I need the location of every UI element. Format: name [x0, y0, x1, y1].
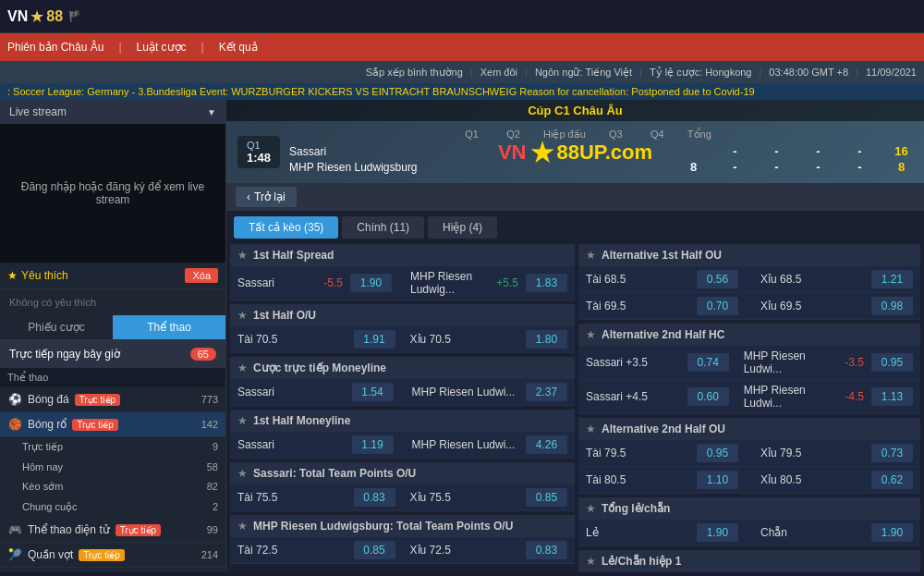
odds-spread2[interactable]: 1.83 — [526, 274, 567, 292]
section-title-ou: 1st Half O/U — [253, 309, 316, 322]
xiu-label-mt: Xỉu 72.5 — [410, 544, 527, 557]
header: VN ★ 88 🏴 Phiên bản Châu Âu | Luật cược … — [0, 0, 924, 100]
sport-item-bong-ro[interactable]: 🏀 Bóng rổ Trực tiếp 142 — [0, 412, 225, 437]
ahc-odds1-1[interactable]: 0.74 — [687, 353, 729, 372]
tai-odds-a2ou-1[interactable]: 0.95 — [697, 444, 738, 462]
ou-row-1: Tài 70.5 1.91 Xỉu 70.5 1.80 — [230, 326, 575, 353]
esport-badge: Trực tiếp — [116, 524, 161, 536]
xiu-odds-st[interactable]: 0.85 — [526, 488, 567, 507]
star-icon-lch1[interactable]: ★ — [586, 555, 596, 568]
tab-half-bets[interactable]: Hiệp (4) — [428, 216, 497, 239]
star-icon-hml[interactable]: ★ — [237, 414, 248, 427]
livestream-header[interactable]: Live stream ▼ — [0, 100, 225, 124]
tai-a2ou-1: Tài 79.5 — [586, 447, 697, 460]
esport-label: Thể thao điện tử — [28, 523, 110, 536]
teams-score: Q1 Q2 Hiệp đấu Q3 Q4 Tổng Sassari - - — [289, 129, 913, 176]
ahc-spread2-1: -3.5 — [845, 356, 864, 369]
ml-odds1[interactable]: 1.54 — [352, 383, 394, 401]
tai-odds-a2ou-2[interactable]: 1.10 — [697, 471, 738, 489]
quan-vot-label: Quần vợt — [28, 548, 73, 561]
tai-odds-st[interactable]: 0.83 — [354, 488, 395, 507]
hml-odds1[interactable]: 1.19 — [352, 435, 394, 454]
star-icon-ml[interactable]: ★ — [237, 362, 248, 374]
xiu-odds-1[interactable]: 1.80 — [526, 330, 567, 349]
xiu-odds-ao-2[interactable]: 0.98 — [871, 297, 913, 315]
odds-spread1[interactable]: 1.90 — [350, 274, 392, 292]
sport-item-bong-da[interactable]: ⚽ Bóng đá Trực tiếp 773 — [0, 387, 225, 412]
xiu-odds-mt[interactable]: 0.83 — [526, 541, 567, 559]
language-option[interactable]: Ngôn ngữ: Tiếng Việt — [535, 67, 632, 79]
sub-truc-tiep[interactable]: Trực tiếp 9 — [0, 437, 225, 458]
tab-all-bets[interactable]: Tất cả kèo (35) — [234, 216, 338, 239]
sub-chung-cuoc[interactable]: Chung cuộc 2 — [0, 497, 225, 518]
nav-ketqua[interactable]: Kết quả — [219, 41, 258, 54]
section-title-st: Sassari: Total Team Points O/U — [253, 467, 416, 480]
back-button[interactable]: ‹ Trở lại — [236, 187, 297, 207]
sport-item-quan-vot[interactable]: 🎾 Quần vợt Trực tiếp 214 — [0, 543, 225, 568]
tai-odds-1[interactable]: 1.91 — [354, 330, 395, 349]
ahc-odds2-1[interactable]: 0.95 — [871, 353, 913, 372]
hml-odds2[interactable]: 4.26 — [526, 435, 567, 454]
tai-odds-ao-2[interactable]: 0.70 — [697, 297, 738, 315]
live-now-button[interactable]: Trực tiếp ngay bây giờ 65 — [0, 340, 225, 368]
xiu-odds-ao-1[interactable]: 1.21 — [871, 270, 913, 288]
col-tong: Tổng — [687, 129, 711, 141]
star-icon-ou[interactable]: ★ — [237, 309, 248, 322]
logo[interactable]: VN ★ 88 🏴 — [7, 6, 81, 27]
tai-odds-ao-1[interactable]: 0.56 — [697, 270, 738, 288]
favorites-label: ★ Yêu thích — [7, 269, 68, 282]
logo-star: ★ — [30, 6, 44, 27]
sport-item-bong-chay[interactable]: ⚾ Bóng chày — [0, 568, 225, 572]
ao-row-1: Tài 68.5 0.56 Xỉu 68.5 1.21 — [578, 266, 920, 293]
ml-odds2[interactable]: 2.37 — [526, 383, 567, 401]
tab-the-thao[interactable]: Thể thao — [113, 315, 225, 339]
spread-plus1: +5.5 — [496, 276, 518, 289]
section-mhp-total: ★ MHP Riesen Ludwigsburg: Total Team Poi… — [230, 515, 575, 564]
section-title-a2ou: Alternative 2nd Half OU — [602, 423, 725, 435]
ahc-odds1-2[interactable]: 0.60 — [687, 387, 729, 406]
tai-label-1: Tài 70.5 — [237, 333, 354, 346]
section-sassari-total: ★ Sassari: Total Team Points O/U Tài 75.… — [230, 462, 575, 511]
xoa-button[interactable]: Xóa — [185, 268, 218, 283]
team1-q2: - — [723, 144, 747, 158]
xiu-a2ou-1: Xỉu 79.5 — [760, 447, 871, 460]
sport-item-esport[interactable]: 🎮 Thể thao điện tử Trực tiếp 99 — [0, 518, 225, 543]
col-q1: Q1 — [460, 129, 483, 141]
ahc-odds2-2[interactable]: 1.13 — [871, 387, 913, 406]
team1-q4: - — [848, 144, 871, 158]
sub-hom-nay[interactable]: Hôm nay 58 — [0, 458, 225, 477]
tai-ao-1: Tài 68.5 — [586, 273, 697, 286]
hml-team2: MHP Riesen Ludwi... — [412, 438, 519, 451]
le-odds[interactable]: 1.90 — [697, 523, 738, 542]
tai-label-st: Tài 75.5 — [237, 491, 354, 504]
team1-q3: - — [807, 144, 830, 158]
team1-row: Sassari - - - - 16 — [289, 144, 913, 158]
game-time: 1:48 — [247, 151, 271, 165]
sub-keo-som[interactable]: Kèo sớm 82 — [0, 477, 225, 497]
nav-phienbanchau[interactable]: Phiên bản Châu Âu — [7, 41, 103, 54]
star-icon-ahc[interactable]: ★ — [586, 328, 596, 341]
le-label: Lẻ — [586, 526, 697, 539]
tab-phieu-cuoc[interactable]: Phiếu cược — [0, 315, 113, 339]
section-title-lc: Tổng lẻ/chẵn — [602, 502, 670, 515]
sort-option[interactable]: Sắp xếp bình thường — [366, 67, 463, 79]
xiu-odds-a2ou-2[interactable]: 0.62 — [871, 471, 913, 489]
star-icon-a2ou[interactable]: ★ — [586, 423, 596, 435]
xiu-odds-a2ou-1[interactable]: 0.73 — [871, 444, 913, 462]
star-icon-ao[interactable]: ★ — [586, 249, 596, 262]
star-icon-lc[interactable]: ★ — [586, 502, 596, 515]
tai-odds-mt[interactable]: 0.85 — [354, 541, 395, 559]
star-icon-spread[interactable]: ★ — [237, 249, 248, 262]
tab-main-bets[interactable]: Chính (11) — [342, 216, 424, 239]
spread-val1: -5.5 — [323, 276, 343, 289]
view-option[interactable]: Xem đôi — [480, 67, 517, 78]
section-title-spread: 1st Half Spread — [253, 249, 334, 262]
chan-odds[interactable]: 1.90 — [871, 523, 913, 542]
sub-keo-som-count: 82 — [207, 481, 218, 493]
ml-team1: Sassari — [237, 386, 345, 398]
odds-option[interactable]: Tỷ lệ cược: Hongkong — [650, 67, 752, 79]
star-icon-st[interactable]: ★ — [237, 467, 248, 480]
star-icon-mt[interactable]: ★ — [237, 520, 248, 533]
team2-q1: 8 — [682, 160, 705, 174]
nav-luatcuoc[interactable]: Luật cược — [137, 41, 187, 54]
